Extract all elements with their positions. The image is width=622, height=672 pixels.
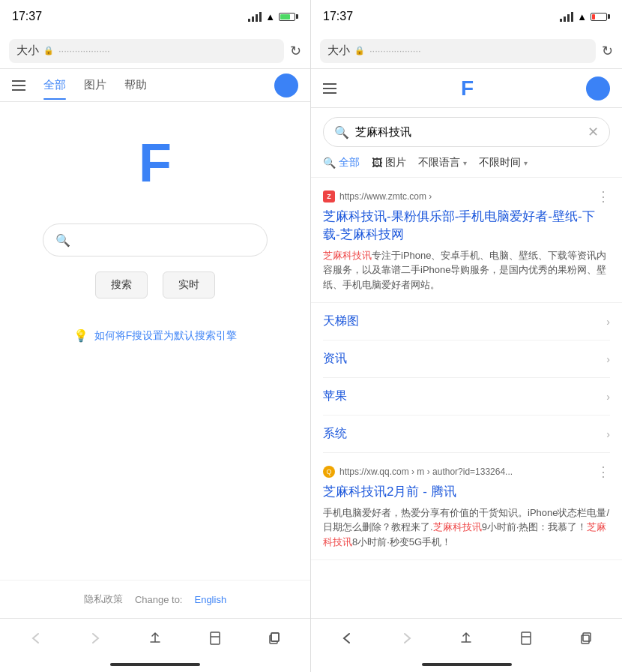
- bottom-nav-right: [311, 618, 622, 657]
- back-button-right[interactable]: [330, 622, 363, 655]
- realtime-button[interactable]: 实时: [163, 272, 215, 298]
- sub-link-info[interactable]: 资讯 ›: [323, 340, 610, 378]
- battery-left: [279, 13, 298, 21]
- time-left: 17:37: [12, 10, 42, 23]
- filter-time-label: 不限时间: [479, 156, 521, 170]
- wifi-icon-left: ▲: [265, 11, 275, 22]
- search-button[interactable]: 搜索: [95, 272, 148, 298]
- left-panel: 大小 🔒 ··················· ↻ 全部 图片 帮助: [0, 33, 311, 657]
- reload-button-right[interactable]: ↻: [602, 43, 613, 59]
- f-logo-large: F: [139, 132, 172, 194]
- result-desc-2: 手机电脑爱好者，热爱分享有价值的干货知识。iPhone状态栏电量/日期怎么删除？…: [323, 506, 610, 550]
- left-main-content: F 🔍 搜索 实时 💡 如何将F搜设置为默认搜索引擎: [0, 102, 310, 580]
- chevron-right-icon-sub4: ›: [606, 428, 610, 440]
- share-button-left[interactable]: [139, 622, 172, 655]
- tab-images-left[interactable]: 图片: [84, 70, 106, 100]
- result-url-row-1: Z https://www.zmtc.com › ⋮: [323, 188, 610, 205]
- result-url-2: https://xw.qq.com › m › author?id=133264…: [339, 466, 592, 477]
- sub-link-apple[interactable]: 苹果 ›: [323, 378, 610, 416]
- chevron-down-icon-time: ▾: [524, 159, 528, 167]
- right-address-bar: 大小 🔒 ··················· ↻: [311, 33, 622, 69]
- signal-icon-left: [248, 12, 262, 22]
- back-button-left: [19, 622, 52, 655]
- home-bar-right: [422, 663, 512, 666]
- bottom-nav-left: [0, 618, 310, 657]
- sub-link-tianmei-label: 天梯图: [323, 314, 359, 329]
- right-panel: 大小 🔒 ··················· ↻ F 🔍 ✕ 🔍 全部: [311, 33, 622, 657]
- filter-row: 🔍 全部 🖼 图片 不限语言 ▾ 不限时间 ▾: [311, 156, 622, 178]
- forward-button-right: [390, 622, 423, 655]
- desc-highlight-1: 芝麻科技讯: [323, 250, 372, 261]
- left-footer: 隐私政策 Change to: English: [0, 580, 310, 618]
- wifi-icon-right: ▲: [577, 11, 587, 22]
- search-input-right[interactable]: [355, 126, 582, 139]
- filter-lang[interactable]: 不限语言 ▾: [418, 156, 467, 170]
- filter-all[interactable]: 🔍 全部: [323, 156, 360, 170]
- search-icon-left: 🔍: [55, 233, 70, 248]
- avatar-right[interactable]: [586, 76, 610, 100]
- result-item-1: Z https://www.zmtc.com › ⋮ 芝麻科技讯-果粉俱乐部-手…: [311, 178, 622, 303]
- tabs-button-right[interactable]: [570, 622, 603, 655]
- sub-links: 天梯图 › 资讯 › 苹果 › 系统 ›: [311, 303, 622, 453]
- forward-button-left: [79, 622, 112, 655]
- result-desc-1: 芝麻科技讯专注于iPhone、安卓手机、电脑、壁纸、下载等资讯内容服务，以及靠谱…: [323, 248, 610, 292]
- bookmark-button-left[interactable]: [199, 622, 232, 655]
- filter-images[interactable]: 🖼 图片: [372, 156, 406, 170]
- left-nav-tabs: 全部 图片 帮助: [0, 69, 310, 102]
- lock-icon-left: 🔒: [43, 46, 54, 56]
- svg-rect-4: [522, 632, 531, 644]
- sub-link-system[interactable]: 系统 ›: [323, 416, 610, 453]
- lang-link[interactable]: English: [194, 594, 226, 605]
- status-bar-left: 17:37 ▲: [0, 0, 311, 33]
- left-address-label: 大小: [16, 44, 39, 58]
- chevron-right-icon-sub1: ›: [606, 316, 610, 328]
- home-indicator-left: [0, 657, 311, 672]
- left-address-bar: 大小 🔒 ··················· ↻: [0, 33, 310, 69]
- share-button-right[interactable]: [450, 622, 483, 655]
- battery-right: [591, 13, 610, 21]
- home-indicators: [0, 657, 622, 672]
- sub-link-system-label: 系统: [323, 426, 347, 442]
- result-title-1[interactable]: 芝麻科技讯-果粉俱乐部-手机电脑爱好者-壁纸-下载-芝麻科技网: [323, 208, 610, 244]
- right-search-bar[interactable]: 🔍 ✕: [323, 117, 610, 147]
- sub-link-tianmei[interactable]: 天梯图 ›: [323, 303, 610, 340]
- result-menu-2[interactable]: ⋮: [597, 464, 610, 480]
- right-address-input[interactable]: 大小 🔒 ···················: [320, 39, 596, 63]
- home-bar-left: [110, 663, 200, 666]
- result-favicon-1: Z: [323, 190, 335, 202]
- chevron-right-icon-sub3: ›: [606, 391, 610, 403]
- lock-icon-right: 🔒: [354, 46, 365, 56]
- tip-row[interactable]: 💡 如何将F搜设置为默认搜索引擎: [73, 328, 238, 343]
- left-search-box[interactable]: 🔍: [43, 224, 268, 256]
- status-bar-right: 17:37 ▲: [311, 0, 622, 33]
- chevron-down-icon-lang: ▾: [463, 159, 467, 167]
- right-nav: F: [311, 69, 622, 108]
- result-title-2[interactable]: 芝麻科技讯2月前 - 腾讯: [323, 483, 610, 501]
- result-menu-1[interactable]: ⋮: [597, 188, 610, 205]
- privacy-link[interactable]: 隐私政策: [84, 592, 123, 606]
- right-url-text: ···················: [369, 45, 588, 56]
- hamburger-menu-left[interactable]: [12, 80, 25, 91]
- search-buttons: 搜索 实时: [95, 272, 215, 298]
- avatar-left[interactable]: [274, 74, 298, 98]
- change-to-text: Change to:: [135, 594, 183, 605]
- tab-all-left[interactable]: 全部: [43, 70, 66, 100]
- search-results: Z https://www.zmtc.com › ⋮ 芝麻科技讯-果粉俱乐部-手…: [311, 178, 622, 618]
- home-indicator-right: [311, 657, 622, 672]
- clear-search-button[interactable]: ✕: [588, 124, 599, 140]
- left-address-input[interactable]: 大小 🔒 ···················: [9, 39, 284, 63]
- tab-help-left[interactable]: 帮助: [124, 70, 147, 100]
- filter-images-icon: 🖼: [372, 157, 382, 169]
- tip-text: 如何将F搜设置为默认搜索引擎: [94, 329, 238, 343]
- reload-button-left[interactable]: ↻: [290, 43, 301, 59]
- filter-all-icon: 🔍: [323, 157, 336, 169]
- status-icons-right: ▲: [560, 11, 610, 22]
- bookmark-button-right[interactable]: [510, 622, 543, 655]
- result-favicon-2: Q: [323, 466, 335, 478]
- hamburger-menu-right[interactable]: [323, 83, 336, 94]
- sub-link-info-label: 资讯: [323, 351, 347, 367]
- desc2-highlight-1: 芝麻科技讯: [433, 521, 482, 532]
- filter-time[interactable]: 不限时间 ▾: [479, 156, 528, 170]
- svg-rect-0: [211, 632, 220, 644]
- tabs-button-left[interactable]: [258, 622, 291, 655]
